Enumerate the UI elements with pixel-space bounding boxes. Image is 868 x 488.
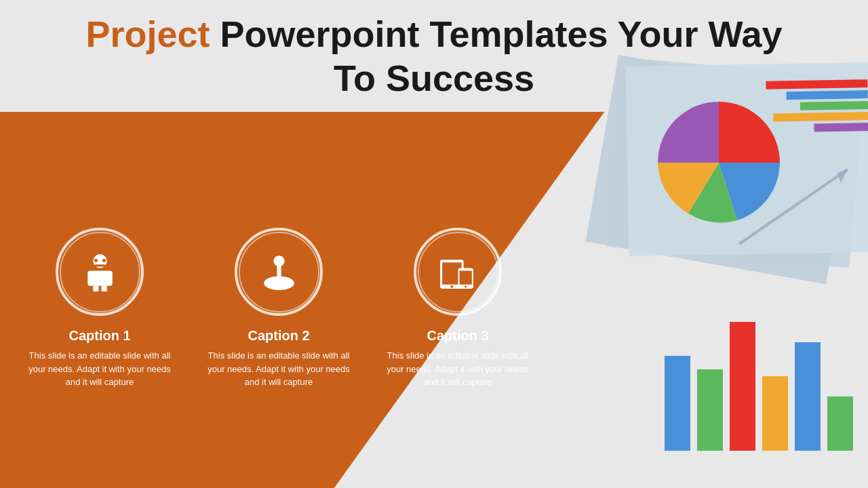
gamepad-icon (257, 250, 301, 294)
icons-row: Caption 1 This slide is an editable slid… (20, 228, 537, 389)
svg-rect-6 (94, 264, 105, 266)
svg-point-15 (465, 285, 467, 287)
bar-chart (658, 302, 868, 458)
svg-rect-22 (827, 396, 853, 451)
svg-rect-17 (665, 356, 690, 451)
svg-point-5 (102, 258, 106, 262)
svg-point-9 (273, 256, 284, 266)
person-icon (78, 250, 122, 294)
svg-rect-20 (762, 376, 788, 451)
svg-rect-13 (458, 268, 473, 288)
svg-point-0 (93, 254, 106, 268)
svg-point-7 (264, 276, 294, 289)
svg-point-4 (94, 258, 97, 262)
svg-rect-8 (277, 262, 281, 281)
svg-point-12 (450, 285, 453, 288)
svg-rect-3 (101, 286, 106, 291)
caption-1-title: Caption 1 (68, 328, 130, 344)
svg-marker-16 (837, 169, 848, 183)
slide: Project Powerpoint Templates Your Way To… (0, 0, 868, 488)
caption-block-1: Caption 1 This slide is an editable slid… (20, 228, 179, 389)
svg-rect-2 (93, 286, 98, 291)
svg-rect-18 (697, 369, 723, 451)
chart-area (529, 54, 868, 461)
svg-rect-14 (459, 270, 471, 284)
caption-block-3: Caption 3 This slide is an editable slid… (378, 228, 537, 389)
caption-3-title: Caption 3 (427, 328, 488, 344)
svg-rect-11 (442, 262, 461, 285)
title-rest: Powerpoint Templates Your Way (210, 14, 782, 54)
caption-2-title: Caption 2 (248, 328, 309, 344)
caption-block-2: Caption 2 This slide is an editable slid… (199, 228, 358, 389)
caption-3-text: This slide is an editable slide with all… (378, 349, 537, 389)
svg-rect-19 (730, 322, 755, 451)
title-project-word: Project (85, 14, 210, 54)
svg-rect-21 (795, 342, 821, 451)
caption-2-text: This slide is an editable slide with all… (199, 349, 358, 389)
icon-circle-3 (414, 228, 502, 316)
trend-arrow (726, 156, 861, 258)
svg-rect-1 (87, 270, 113, 285)
icon-circle-2 (235, 228, 323, 316)
svg-rect-10 (440, 260, 464, 289)
caption-1-text: This slide is an editable slide with all… (20, 349, 179, 389)
content-section: Caption 1 This slide is an editable slid… (0, 136, 564, 488)
devices-icon (436, 250, 480, 294)
icon-circle-1 (56, 228, 144, 316)
